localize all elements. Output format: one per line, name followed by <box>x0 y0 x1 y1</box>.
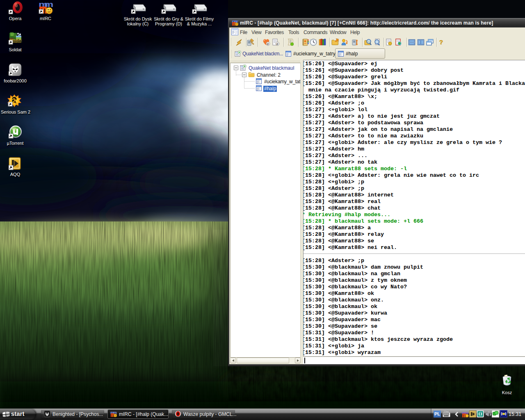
svg-text:#: # <box>267 42 269 46</box>
svg-text:?: ? <box>439 39 443 46</box>
svg-text:oldat: oldat <box>13 39 23 43</box>
svg-text:#: # <box>276 42 278 46</box>
